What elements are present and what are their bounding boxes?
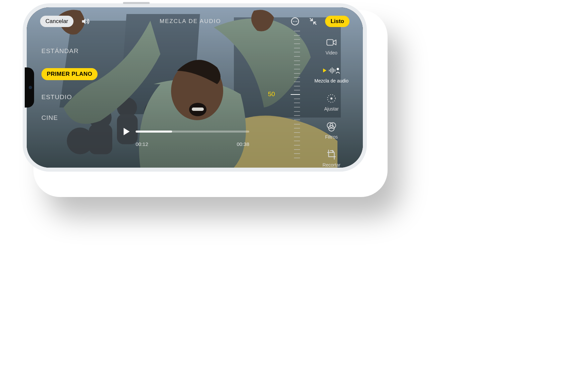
mode-studio[interactable]: ESTUDIO xyxy=(41,93,72,101)
intensity-value: 50 xyxy=(268,90,275,98)
tool-video[interactable]: Video xyxy=(325,37,337,55)
screen: Cancelar MEZCLA DE AUDIO xyxy=(27,7,363,168)
svg-rect-13 xyxy=(192,108,204,111)
svg-point-18 xyxy=(296,21,297,22)
playback-controls: 00:12 00:38 xyxy=(124,128,249,147)
tool-crop[interactable]: Recortar xyxy=(322,149,340,168)
tool-video-label: Video xyxy=(325,50,337,55)
tool-adjust-label: Ajustar xyxy=(324,106,339,112)
volume-icon[interactable] xyxy=(80,15,92,27)
tool-filters[interactable]: Filtros xyxy=(325,121,338,140)
mode-standard[interactable]: ESTÁNDAR xyxy=(41,47,79,55)
svg-point-17 xyxy=(295,21,296,22)
iphone-device-frame: Cancelar MEZCLA DE AUDIO xyxy=(23,3,367,172)
svg-point-10 xyxy=(67,128,94,154)
edit-tools-sidebar: Video xyxy=(311,37,351,168)
svg-point-27 xyxy=(337,68,339,70)
play-button[interactable] xyxy=(124,128,130,135)
editor-title: MEZCLA DE AUDIO xyxy=(98,18,283,25)
tool-audio-mix-label: Mezcla de audio xyxy=(314,78,348,83)
play-indicator-icon xyxy=(323,68,326,72)
mode-foreground[interactable]: PRIMER PLANO xyxy=(41,68,98,80)
editor-top-bar: Cancelar MEZCLA DE AUDIO xyxy=(27,13,363,29)
time-total: 00:38 xyxy=(237,141,249,147)
svg-point-16 xyxy=(293,21,294,22)
exit-fullscreen-icon[interactable] xyxy=(307,15,319,27)
tool-audio-mix[interactable]: Mezcla de audio xyxy=(314,65,348,83)
tool-adjust[interactable]: Ajustar xyxy=(324,93,339,112)
time-elapsed: 00:12 xyxy=(136,141,148,147)
svg-marker-14 xyxy=(82,19,86,24)
intensity-slider[interactable]: 50 xyxy=(278,31,301,158)
svg-rect-21 xyxy=(327,40,333,45)
scrubber-progress xyxy=(136,131,172,133)
tool-crop-label: Recortar xyxy=(322,162,340,168)
device-notch xyxy=(25,67,34,108)
cancel-button[interactable]: Cancelar xyxy=(40,16,74,27)
audio-mix-mode-list: ESTÁNDAR PRIMER PLANO ESTUDIO CINE xyxy=(41,47,98,122)
done-button[interactable]: Listo xyxy=(325,16,349,27)
svg-point-29 xyxy=(330,97,332,100)
tool-filters-label: Filtros xyxy=(325,134,338,140)
scrubber-track[interactable] xyxy=(136,131,249,133)
mode-cinematic[interactable]: CINE xyxy=(41,114,58,122)
more-options-icon[interactable] xyxy=(289,15,301,27)
